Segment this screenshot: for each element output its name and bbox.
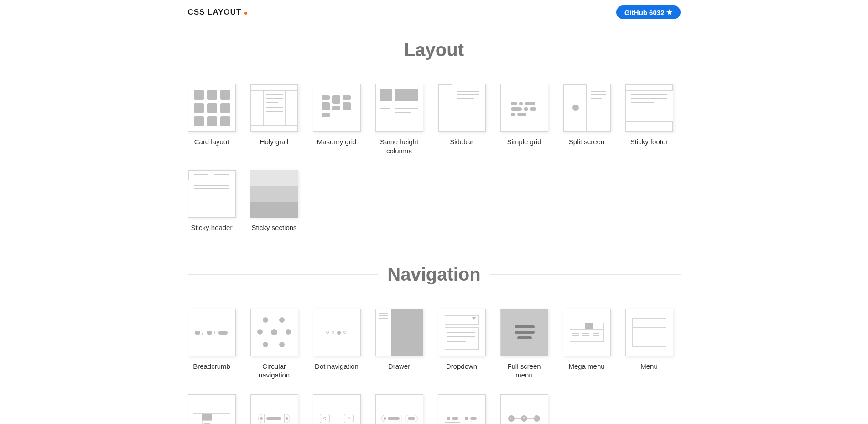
pattern-dot-navigation[interactable]: Dot navigation: [313, 309, 361, 380]
pattern-masonry-grid[interactable]: Masonry grid: [313, 84, 361, 155]
pattern-drawer[interactable]: Drawer: [375, 309, 423, 380]
pattern-label: Dropdown: [438, 362, 486, 371]
navigation-grid: / / Breadcrumb Circular navigation: [188, 309, 681, 424]
divider-line: [188, 50, 395, 50]
thumb-icon: [438, 84, 486, 132]
star-icon: ★: [666, 8, 672, 16]
pattern-label: Breadcrumb: [188, 362, 236, 371]
pattern-nested-dropdowns[interactable]: Nested dropdowns: [188, 394, 236, 424]
thumb-icon: < >: [313, 394, 361, 424]
thumb-icon: [438, 394, 486, 424]
section-header-navigation: Navigation: [188, 264, 681, 285]
thumb-icon: [500, 309, 548, 356]
pattern-pagination[interactable]: Pagination: [250, 394, 298, 424]
pattern-label: Drawer: [375, 362, 423, 371]
pattern-label: Sidebar: [438, 137, 486, 147]
thumb-icon: [563, 84, 611, 132]
pattern-dropdown[interactable]: Dropdown: [438, 309, 486, 380]
section-header-layout: Layout: [188, 40, 681, 60]
pattern-sticky-footer[interactable]: Sticky footer: [625, 84, 673, 155]
section-title: Layout: [404, 40, 464, 60]
thumb-icon: 1 2 3: [500, 394, 548, 424]
section-title: Navigation: [387, 264, 480, 285]
pattern-menu[interactable]: Menu: [625, 309, 673, 380]
divider-line: [473, 50, 680, 50]
pattern-label: Sticky footer: [625, 137, 673, 147]
pattern-label: Holy grail: [250, 137, 298, 147]
pattern-breadcrumb[interactable]: / / Breadcrumb: [188, 309, 236, 380]
divider-line: [490, 274, 681, 275]
pattern-tab[interactable]: Tab: [438, 394, 486, 424]
pattern-holy-grail[interactable]: Holy grail: [250, 84, 298, 155]
pattern-label: Full screen menu: [500, 362, 548, 380]
thumb-icon: [313, 84, 361, 132]
pattern-mega-menu[interactable]: Mega menu: [563, 309, 611, 380]
pattern-full-screen-menu[interactable]: Full screen menu: [500, 309, 548, 380]
thumb-icon: [375, 394, 423, 424]
thumb-icon: / /: [188, 309, 236, 356]
thumb-icon: [188, 394, 236, 424]
thumb-icon: [313, 309, 361, 356]
site-header: CSS LAYOUT GitHub 6032★: [0, 0, 868, 25]
thumb-icon: [250, 84, 298, 132]
pattern-label: Same height columns: [375, 137, 423, 155]
pattern-label: Dot navigation: [313, 362, 361, 371]
pattern-label: Simple grid: [500, 137, 548, 147]
thumb-icon: [250, 170, 298, 218]
pattern-circular-navigation[interactable]: Circular navigation: [250, 309, 298, 380]
pattern-split-navigation[interactable]: Split navigation: [375, 394, 423, 424]
logo-dot-icon: [244, 12, 247, 15]
thumb-icon: [250, 394, 298, 424]
thumb-icon: [625, 84, 673, 132]
layout-grid: Card layout Holy grail: [188, 84, 681, 232]
pattern-sidebar[interactable]: Sidebar: [438, 84, 486, 155]
thumb-icon: [250, 309, 298, 356]
divider-line: [188, 274, 379, 275]
pattern-wizard[interactable]: 1 2 3 Wizard: [500, 394, 548, 424]
pattern-label: Sticky sections: [250, 223, 298, 232]
pattern-previous-next-buttons[interactable]: < > Previous next buttons: [313, 394, 361, 424]
pattern-label: Menu: [625, 362, 673, 371]
github-label: GitHub 6032: [624, 9, 665, 16]
pattern-label: Mega menu: [563, 362, 611, 371]
thumb-icon: [438, 309, 486, 356]
thumb-icon: [188, 170, 236, 218]
thumb-icon: [188, 84, 236, 132]
github-button[interactable]: GitHub 6032★: [616, 5, 681, 19]
pattern-sticky-sections[interactable]: Sticky sections: [250, 170, 298, 232]
pattern-label: Circular navigation: [250, 362, 298, 380]
pattern-sticky-header[interactable]: Sticky header: [188, 170, 236, 232]
pattern-card-layout[interactable]: Card layout: [188, 84, 236, 155]
thumb-icon: [375, 309, 423, 356]
thumb-icon: [500, 84, 548, 132]
pattern-same-height-columns[interactable]: Same height columns: [375, 84, 423, 155]
pattern-simple-grid[interactable]: Simple grid: [500, 84, 548, 155]
pattern-split-screen[interactable]: Split screen: [563, 84, 611, 155]
thumb-icon: [375, 84, 423, 132]
logo-text: CSS LAYOUT: [188, 8, 242, 17]
thumb-icon: [563, 309, 611, 356]
pattern-label: Sticky header: [188, 223, 236, 232]
thumb-icon: [625, 309, 673, 356]
pattern-label: Card layout: [188, 137, 236, 147]
pattern-label: Masonry grid: [313, 137, 361, 147]
logo[interactable]: CSS LAYOUT: [188, 8, 247, 17]
pattern-label: Split screen: [563, 137, 611, 147]
